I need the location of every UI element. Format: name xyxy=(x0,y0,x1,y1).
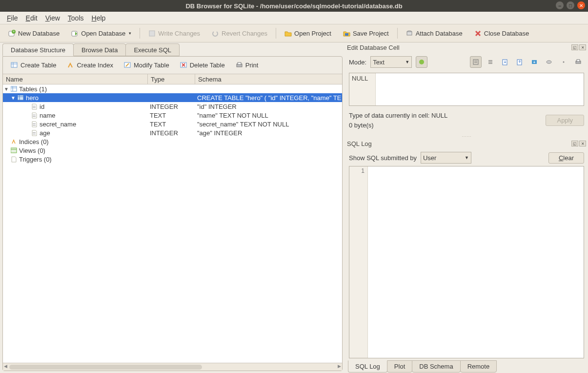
rtl-icon[interactable] xyxy=(485,56,496,68)
create-table-button[interactable]: Create Table xyxy=(7,60,60,71)
chevron-down-icon: ▼ xyxy=(405,60,409,64)
delete-table-label: Delete Table xyxy=(190,62,225,69)
write-changes-icon xyxy=(148,30,156,37)
close-icon[interactable]: ✕ xyxy=(577,1,585,9)
tree-row-col-name[interactable]: name TEXT "name" TEXT NOT NULL xyxy=(3,111,342,120)
window-titlebar: DB Browser for SQLite - /home/user/code/… xyxy=(0,0,588,12)
tree-row-col-secret-name[interactable]: secret_name TEXT "secret_name" TEXT NOT … xyxy=(3,120,342,128)
svg-rect-26 xyxy=(33,125,36,125)
text-view-icon[interactable] xyxy=(470,56,482,68)
save-project-button[interactable]: Save Project xyxy=(338,27,394,40)
cell-type-info: Type of data currently in cell: NULL xyxy=(349,111,542,121)
open-project-button[interactable]: Open Project xyxy=(279,27,337,40)
panel-splitter[interactable]: ⋯⋯ xyxy=(345,134,588,139)
sql-log-title: SQL Log xyxy=(347,140,372,147)
svg-rect-32 xyxy=(473,60,478,64)
svg-rect-44 xyxy=(577,60,580,62)
import-icon[interactable] xyxy=(499,56,511,68)
svg-rect-24 xyxy=(33,116,36,117)
create-index-button[interactable]: Create Index xyxy=(63,60,117,71)
export-icon[interactable] xyxy=(514,56,526,68)
revert-changes-label: Revert Changes xyxy=(222,30,267,37)
menu-view[interactable]: View xyxy=(42,13,63,23)
undock-icon[interactable]: ◱ xyxy=(571,141,578,146)
attach-db-icon xyxy=(406,30,413,37)
new-db-icon: + xyxy=(8,30,16,37)
svg-rect-23 xyxy=(33,115,36,115)
col-header-schema[interactable]: Schema xyxy=(195,74,342,84)
main-tabs: Database Structure Browse Data Execute S… xyxy=(2,43,343,56)
tree-body[interactable]: ▼Tables (1) ▼hero CREATE TABLE "hero" ( … xyxy=(3,84,342,363)
bottom-tab-plot[interactable]: Plot xyxy=(387,360,412,373)
maximize-icon[interactable]: □ xyxy=(567,1,574,9)
tree-row-col-id[interactable]: id INTEGER "id" INTEGER xyxy=(3,102,342,111)
tree-row-col-age[interactable]: age INTEGER "age" INTEGER xyxy=(3,128,342,137)
tree-row-views[interactable]: Views (0) xyxy=(3,146,342,155)
panel-close-icon[interactable]: ✕ xyxy=(579,141,586,146)
write-changes-label: Write Changes xyxy=(158,30,200,37)
expander-icon[interactable]: ▼ xyxy=(3,86,10,92)
bottom-tab-db-schema[interactable]: DB Schema xyxy=(412,360,460,373)
menu-tools[interactable]: Tools xyxy=(65,13,87,23)
tree-header: Name Type Schema xyxy=(3,74,342,84)
tab-database-structure[interactable]: Database Structure xyxy=(2,43,74,56)
menu-edit[interactable]: Edit xyxy=(23,13,41,23)
attach-database-button[interactable]: Attach Database xyxy=(401,27,468,40)
open-project-icon xyxy=(284,30,292,37)
close-database-button[interactable]: Close Database xyxy=(469,27,535,40)
svg-rect-25 xyxy=(33,124,36,124)
horizontal-scrollbar[interactable]: ▶ xyxy=(3,363,342,371)
bottom-tab-sql-log[interactable]: SQL Log xyxy=(348,360,387,373)
create-index-label: Create Index xyxy=(77,62,113,69)
modify-table-label: Modify Table xyxy=(134,62,169,69)
submitter-select[interactable]: User ▼ xyxy=(421,152,471,164)
column-icon xyxy=(30,103,38,110)
print-label: Print xyxy=(245,62,259,69)
column-icon xyxy=(30,129,38,136)
expander-icon[interactable]: ▼ xyxy=(10,95,17,101)
save-to-file-icon[interactable] xyxy=(528,56,540,68)
mode-label: Mode: xyxy=(349,59,366,66)
tab-execute-sql[interactable]: Execute SQL xyxy=(125,43,180,56)
minimize-icon[interactable]: ‒ xyxy=(556,1,564,9)
col-header-type[interactable]: Type xyxy=(148,74,195,84)
tree-row-indices[interactable]: Indices (0) xyxy=(3,137,342,146)
cell-editor[interactable]: NULL xyxy=(349,73,584,106)
auto-format-button[interactable] xyxy=(416,56,427,68)
svg-rect-14 xyxy=(238,62,241,64)
open-database-button[interactable]: Open Database ▾ xyxy=(66,27,137,40)
tree-row-tables[interactable]: ▼Tables (1) xyxy=(3,84,342,93)
svg-point-41 xyxy=(547,61,551,63)
svg-rect-28 xyxy=(33,134,36,134)
delete-table-button[interactable]: Delete Table xyxy=(176,60,229,71)
menu-file[interactable]: File xyxy=(4,13,21,23)
cell-size-info: 0 byte(s) xyxy=(349,121,542,130)
new-database-button[interactable]: + New Database xyxy=(3,27,65,40)
tree-row-hero[interactable]: ▼hero CREATE TABLE "hero" ( "id" INTEGER… xyxy=(3,93,342,102)
modify-table-button[interactable]: Modify Table xyxy=(120,60,173,71)
clear-cell-icon[interactable] xyxy=(558,56,569,68)
svg-point-31 xyxy=(419,60,424,64)
open-db-icon xyxy=(71,30,79,37)
bottom-tab-remote[interactable]: Remote xyxy=(460,360,497,373)
menu-help[interactable]: Help xyxy=(89,13,109,23)
save-project-icon xyxy=(343,30,350,37)
set-null-icon[interactable] xyxy=(543,56,555,68)
panel-close-icon[interactable]: ✕ xyxy=(579,44,586,50)
svg-rect-22 xyxy=(33,107,36,108)
print-button[interactable]: Print xyxy=(232,60,263,71)
column-icon xyxy=(30,112,38,119)
print-cell-icon[interactable] xyxy=(572,56,584,68)
col-header-name[interactable]: Name xyxy=(3,74,148,84)
tab-browse-data[interactable]: Browse Data xyxy=(73,43,126,56)
undock-icon[interactable]: ◱ xyxy=(571,44,578,50)
clear-button[interactable]: Clear xyxy=(548,152,584,164)
indices-icon xyxy=(10,138,18,145)
svg-rect-7 xyxy=(407,32,412,35)
tree-row-triggers[interactable]: Triggers (0) xyxy=(3,155,342,164)
revert-changes-icon xyxy=(212,30,219,37)
open-project-label: Open Project xyxy=(294,30,331,37)
apply-button[interactable]: Apply xyxy=(546,115,584,126)
sql-log-editor[interactable]: 1 xyxy=(349,166,584,358)
mode-select[interactable]: Text ▼ xyxy=(370,56,412,68)
